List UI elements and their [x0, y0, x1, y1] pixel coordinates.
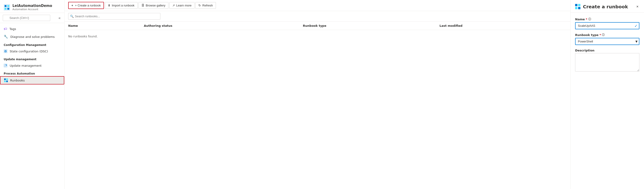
svg-rect-12 [4, 81, 6, 82]
runbooks-search-wrap: 🔍 [68, 13, 160, 20]
name-required-star: * [586, 18, 587, 21]
table-empty-row: No runbooks found. [64, 30, 570, 43]
empty-message: No runbooks found. [64, 30, 570, 43]
name-input[interactable] [575, 22, 640, 29]
name-form-group: Name * ⓘ ✓ [575, 17, 640, 29]
main-content: + + Create a runbook ⬇ Import a runbook … [64, 0, 570, 189]
wrench-icon: 🔧 [4, 35, 8, 39]
panel-close-button[interactable]: × [636, 4, 640, 10]
main-search-row: 🔍 [64, 11, 570, 22]
sidebar-item-label: State configuration (DSC) [10, 50, 48, 53]
browse-gallery-button[interactable]: 🗄 Browse gallery [138, 2, 168, 9]
svg-rect-3 [4, 8, 6, 10]
panel-logo-icon [575, 4, 581, 10]
sidebar-item-label: Runbooks [10, 79, 25, 82]
svg-rect-17 [578, 7, 580, 9]
svg-point-7 [5, 51, 6, 52]
refresh-button[interactable]: ↻ Refresh [196, 2, 216, 9]
create-runbook-button[interactable]: + + Create a runbook [68, 2, 104, 9]
panel-body: Name * ⓘ ✓ Runbook type * ⓘ PowerShell P… [570, 13, 644, 76]
sidebar-search-input[interactable] [3, 15, 50, 21]
name-label: Name * ⓘ [575, 17, 640, 21]
name-info-icon[interactable]: ⓘ [588, 17, 591, 21]
runbooks-search-input[interactable] [68, 13, 160, 20]
sidebar-search-wrap: 🔍 [3, 15, 56, 21]
runbook-type-select[interactable]: PowerShell Python 2 Python 3 Graphical G… [575, 38, 640, 45]
column-header-last-modified: Last modified [436, 22, 570, 30]
dsc-icon [4, 49, 7, 53]
sidebar-header: LeiAutomationDemo Automation Account [0, 0, 64, 13]
sidebar-item-runbooks[interactable]: Runbooks [0, 76, 64, 84]
panel-title-text: Create a runbook [583, 4, 628, 10]
section-header-process-automation: Process Automation [0, 69, 64, 76]
panel-header: Create a runbook × [570, 0, 644, 13]
runbook-type-label: Runbook type * ⓘ [575, 33, 640, 37]
column-header-runbook-type: Runbook type [299, 22, 436, 30]
runbook-type-form-group: Runbook type * ⓘ PowerShell Python 2 Pyt… [575, 33, 640, 45]
name-check-icon: ✓ [634, 24, 638, 28]
svg-rect-4 [7, 8, 9, 10]
sidebar-item-tags[interactable]: 🏷 Tags [0, 25, 64, 33]
runbooks-table-container: Name Authoring status Runbook type Last … [64, 22, 570, 189]
svg-rect-0 [4, 4, 10, 11]
external-link-icon: ↗ [172, 4, 175, 7]
section-header-update: Update management [0, 55, 64, 62]
section-header-configuration: Configuration Management [0, 41, 64, 48]
runbooks-table: Name Authoring status Runbook type Last … [64, 22, 570, 43]
gallery-icon: 🗄 [142, 4, 144, 7]
sidebar-item-label: Update management [10, 64, 42, 67]
svg-rect-13 [6, 81, 8, 82]
column-header-authoring-status: Authoring status [140, 22, 299, 30]
toolbar: + + Create a runbook ⬇ Import a runbook … [64, 0, 570, 11]
plus-icon: + [72, 4, 73, 7]
sidebar-account-subtitle: Automation Account [12, 8, 52, 11]
sidebar-item-update-management[interactable]: Update management [0, 62, 64, 69]
import-icon: ⬇ [108, 4, 110, 7]
sidebar-account-name: LeiAutomationDemo [12, 4, 52, 8]
create-runbook-panel: Create a runbook × Name * ⓘ ✓ Runbook ty… [570, 0, 644, 189]
svg-rect-1 [4, 5, 6, 7]
runbooks-icon [4, 78, 8, 82]
sidebar-item-dsc[interactable]: State configuration (DSC) [0, 48, 64, 55]
runbook-type-select-wrap: PowerShell Python 2 Python 3 Graphical G… [575, 38, 640, 45]
description-label: Description [575, 49, 640, 52]
svg-rect-11 [6, 78, 8, 80]
sidebar: LeiAutomationDemo Automation Account 🔍 «… [0, 0, 64, 189]
svg-rect-15 [578, 4, 580, 6]
svg-rect-10 [4, 78, 6, 80]
update-icon [4, 64, 7, 67]
runbooks-search-icon: 🔍 [70, 15, 74, 18]
sidebar-item-label: Diagnose and solve problems [10, 35, 54, 39]
automation-logo-icon [4, 4, 10, 11]
svg-rect-14 [575, 4, 578, 6]
learn-more-button[interactable]: ↗ Learn more [169, 2, 194, 9]
name-input-wrap: ✓ [575, 22, 640, 29]
sidebar-item-label: Tags [10, 27, 16, 31]
svg-rect-2 [7, 5, 9, 7]
runbook-type-info-icon[interactable]: ⓘ [602, 33, 604, 37]
refresh-icon: ↻ [198, 4, 201, 7]
collapse-button[interactable]: « [58, 15, 62, 21]
description-textarea[interactable] [575, 53, 640, 72]
sidebar-nav: 🏷 Tags 🔧 Diagnose and solve problems Con… [0, 23, 64, 86]
tag-icon: 🏷 [4, 27, 7, 31]
description-form-group: Description [575, 49, 640, 72]
svg-rect-16 [575, 7, 578, 9]
sidebar-item-diagnose[interactable]: 🔧 Diagnose and solve problems [0, 33, 64, 41]
column-header-name: Name [64, 22, 140, 30]
sidebar-search-row: 🔍 « [0, 13, 64, 23]
import-runbook-button[interactable]: ⬇ Import a runbook [105, 2, 137, 9]
runbook-type-required-star: * [600, 33, 601, 37]
